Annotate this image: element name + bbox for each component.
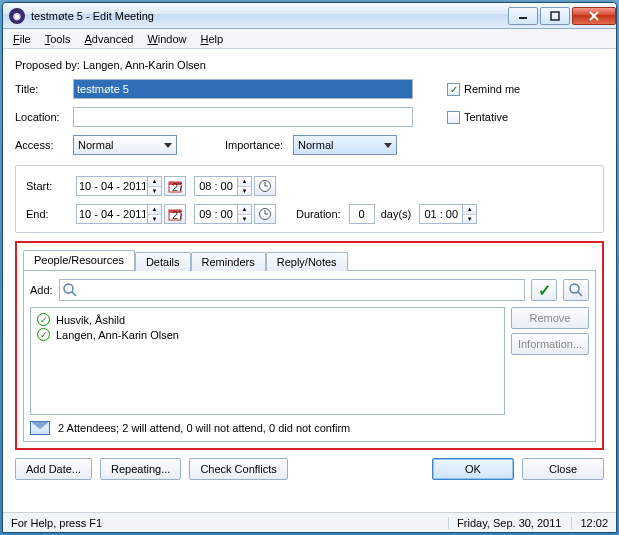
title-input[interactable] — [73, 79, 413, 99]
start-date-input[interactable]: ▲▼ — [76, 176, 162, 196]
close-button[interactable]: Close — [522, 458, 604, 480]
menu-help[interactable]: Help — [195, 31, 230, 47]
importance-select[interactable]: Normal — [293, 135, 397, 155]
highlighted-region: People/Resources Details Reminders Reply… — [15, 241, 604, 450]
end-label: End: — [26, 208, 76, 220]
checkbox-unchecked-icon — [447, 111, 460, 124]
svg-rect-1 — [551, 12, 559, 20]
duration-time-spinner[interactable]: ▲▼ — [463, 204, 477, 224]
status-date: Friday, Sep. 30, 2011 — [448, 517, 561, 529]
start-date-spinner[interactable]: ▲▼ — [148, 176, 162, 196]
start-time-spinner[interactable]: ▲▼ — [238, 176, 252, 196]
information-button[interactable]: Information... — [511, 333, 589, 355]
search-icon — [62, 282, 78, 298]
content-area: Proposed by: Langen, Ann-Karin Olsen Tit… — [3, 49, 616, 512]
bottom-button-row: Add Date... Repeating... Check Conflicts… — [15, 450, 604, 490]
menu-tools[interactable]: Tools — [39, 31, 77, 47]
status-help-text: For Help, press F1 — [11, 517, 102, 529]
attend-status-icon: ✓ — [37, 313, 50, 326]
end-date-input[interactable]: ▲▼ — [76, 204, 162, 224]
end-time-clock-button[interactable] — [254, 204, 276, 224]
repeating-button[interactable]: Repeating... — [100, 458, 181, 480]
proposed-by-label: Proposed by: — [15, 59, 80, 71]
location-input[interactable] — [73, 107, 413, 127]
start-label: Start: — [26, 180, 76, 192]
edit-meeting-window: ◉ testmøte 5 - Edit Meeting File Tools A… — [2, 2, 617, 533]
list-item[interactable]: ✓ Husvik, Åshild — [37, 312, 498, 327]
access-select[interactable]: Normal — [73, 135, 177, 155]
tab-details[interactable]: Details — [135, 252, 191, 271]
menu-file[interactable]: File — [7, 31, 37, 47]
proposed-by-row: Proposed by: Langen, Ann-Karin Olsen — [15, 59, 604, 71]
status-time: 12:02 — [571, 517, 608, 529]
attendee-name: Husvik, Åshild — [56, 314, 125, 326]
svg-line-17 — [72, 292, 76, 296]
add-date-button[interactable]: Add Date... — [15, 458, 92, 480]
end-date-spinner[interactable]: ▲▼ — [148, 204, 162, 224]
end-date-field[interactable] — [76, 204, 148, 224]
duration-time-input[interactable]: ▲▼ — [419, 204, 477, 224]
days-label: day(s) — [381, 208, 412, 220]
tab-reply-notes[interactable]: Reply/Notes — [266, 252, 348, 271]
mail-icon — [30, 421, 50, 435]
access-label: Access: — [15, 139, 73, 151]
title-label: Title: — [15, 83, 73, 95]
menu-window[interactable]: Window — [141, 31, 192, 47]
location-label: Location: — [15, 111, 73, 123]
svg-text:27: 27 — [172, 209, 182, 221]
list-item[interactable]: ✓ Langen, Ann-Karin Olsen — [37, 327, 498, 342]
close-window-button[interactable] — [572, 7, 616, 25]
tabbar: People/Resources Details Reminders Reply… — [23, 249, 596, 271]
ok-button[interactable]: OK — [432, 458, 514, 480]
importance-label: Importance: — [225, 139, 293, 151]
tentative-label: Tentative — [464, 111, 508, 123]
statusbar: For Help, press F1 Friday, Sep. 30, 2011… — [3, 512, 616, 532]
duration-days-input[interactable] — [349, 204, 375, 224]
checkbox-checked-icon: ✓ — [447, 83, 460, 96]
start-time-field[interactable] — [194, 176, 238, 196]
remind-me-checkbox[interactable]: ✓ Remind me — [447, 83, 520, 96]
tab-reminders[interactable]: Reminders — [191, 252, 266, 271]
remove-button[interactable]: Remove — [511, 307, 589, 329]
check-conflicts-button[interactable]: Check Conflicts — [189, 458, 287, 480]
attendee-list[interactable]: ✓ Husvik, Åshild ✓ Langen, Ann-Karin Ols… — [30, 307, 505, 415]
svg-line-19 — [578, 292, 582, 296]
duration-label: Duration: — [296, 208, 341, 220]
end-time-field[interactable] — [194, 204, 238, 224]
menubar: File Tools Advanced Window Help — [3, 29, 616, 49]
add-attendee-input[interactable] — [59, 279, 525, 301]
svg-text:27: 27 — [172, 181, 182, 193]
check-icon: ✓ — [538, 281, 551, 300]
menu-advanced[interactable]: Advanced — [78, 31, 139, 47]
attend-status-icon: ✓ — [37, 328, 50, 341]
remind-me-label: Remind me — [464, 83, 520, 95]
start-date-calendar-button[interactable]: 27 — [164, 176, 186, 196]
proposed-by-value: Langen, Ann-Karin Olsen — [83, 59, 206, 71]
time-section: Start: ▲▼ 27 ▲▼ End: ▲▼ 27 — [15, 165, 604, 233]
attendee-summary: 2 Attendees; 2 will attend, 0 will not a… — [58, 422, 350, 434]
svg-point-18 — [570, 284, 579, 293]
minimize-button[interactable] — [508, 7, 538, 25]
attendee-name: Langen, Ann-Karin Olsen — [56, 329, 179, 341]
confirm-add-button[interactable]: ✓ — [531, 279, 557, 301]
end-date-calendar-button[interactable]: 27 — [164, 204, 186, 224]
add-label: Add: — [30, 284, 53, 296]
end-time-spinner[interactable]: ▲▼ — [238, 204, 252, 224]
duration-time-field[interactable] — [419, 204, 463, 224]
tentative-checkbox[interactable]: Tentative — [447, 111, 508, 124]
start-date-field[interactable] — [76, 176, 148, 196]
svg-point-16 — [64, 284, 73, 293]
maximize-button[interactable] — [540, 7, 570, 25]
start-time-input[interactable]: ▲▼ — [194, 176, 252, 196]
tab-body: Add: ✓ ✓ Husvik, Åshild — [23, 271, 596, 442]
magnifier-icon — [568, 282, 584, 298]
tab-people-resources[interactable]: People/Resources — [23, 250, 135, 270]
titlebar: ◉ testmøte 5 - Edit Meeting — [3, 3, 616, 29]
window-title: testmøte 5 - Edit Meeting — [31, 10, 154, 22]
search-attendee-button[interactable] — [563, 279, 589, 301]
app-icon: ◉ — [9, 8, 25, 24]
start-time-clock-button[interactable] — [254, 176, 276, 196]
end-time-input[interactable]: ▲▼ — [194, 204, 252, 224]
